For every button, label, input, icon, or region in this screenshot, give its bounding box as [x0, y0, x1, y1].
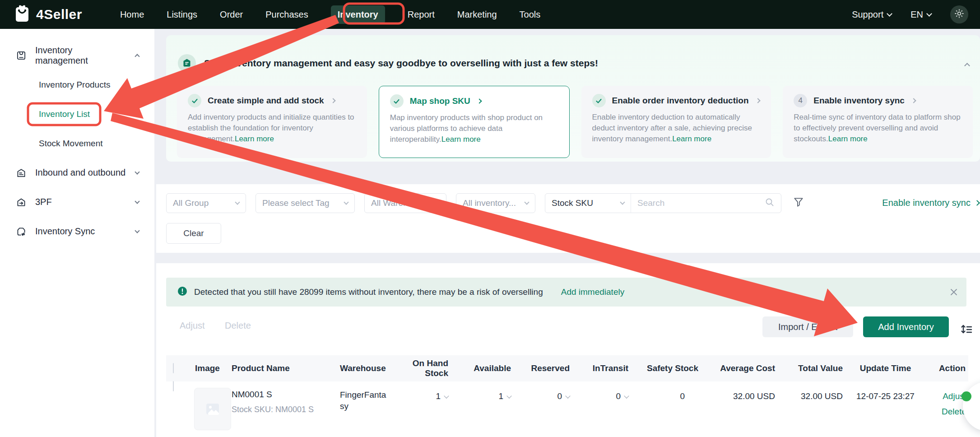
- chevron-down-icon: [524, 200, 529, 205]
- inventory-filter-dropdown[interactable]: All inventory...: [456, 193, 535, 213]
- search-icon: [765, 197, 775, 209]
- tag-filter-value: Please select Tag: [262, 198, 330, 208]
- bulk-adjust-button[interactable]: Adjust: [180, 321, 205, 331]
- import-export-label: Import / Export: [778, 322, 837, 332]
- warehouse-filter-value: All Warehouse: [371, 198, 427, 208]
- close-notice-button[interactable]: [948, 287, 959, 299]
- table-row: NM0001 S Stock SKU: NM0001 S FingerFanta…: [166, 381, 968, 437]
- import-export-button[interactable]: Import / Export: [762, 316, 853, 337]
- table-header-row: Image Product Name Warehouse On Hand Sto…: [166, 355, 968, 381]
- learn-more-link[interactable]: Learn more: [235, 135, 274, 143]
- support-menu[interactable]: Support: [852, 9, 892, 20]
- expand-intransit-icon[interactable]: [624, 393, 629, 398]
- step-card-create-and-add-stock[interactable]: Create simple and add stock Add inventor…: [177, 86, 367, 158]
- add-immediately-link[interactable]: Add immediately: [561, 287, 624, 297]
- col-header-update-time: Update Time: [845, 363, 925, 373]
- total-value-cell: 32.00 USD: [778, 381, 845, 437]
- nav-item-home[interactable]: Home: [120, 5, 144, 24]
- nav-item-order[interactable]: Order: [220, 5, 243, 24]
- column-settings-button[interactable]: [958, 321, 975, 339]
- product-stock-sku: Stock SKU: NM0001 S: [232, 405, 340, 414]
- product-name: NM0001 S: [232, 390, 340, 400]
- sidebar-group-inventory-sync[interactable]: Inventory Sync: [0, 217, 154, 246]
- chevron-right-icon: [755, 98, 760, 103]
- sidebar: Inventory management Inventory Products …: [0, 29, 154, 437]
- available-value: 1: [498, 391, 503, 401]
- search-type-dropdown[interactable]: Stock SKU: [545, 194, 631, 213]
- step-check-icon: [390, 94, 404, 108]
- row-adjust-link[interactable]: Adjust: [925, 391, 966, 401]
- learn-more-link[interactable]: Learn more: [672, 135, 711, 143]
- search-input[interactable]: [637, 198, 761, 208]
- average-cost-cell: 32.00 USD: [701, 381, 778, 437]
- app-logo[interactable]: 4Seller: [14, 4, 82, 25]
- chevron-up-icon: [135, 54, 139, 59]
- sidebar-item-stock-movement[interactable]: Stock Movement: [0, 129, 154, 158]
- col-header-total-value: Total Value: [778, 363, 845, 373]
- oversell-risk-notice: Detected that you still have 28099 items…: [166, 278, 966, 307]
- col-header-action: Action: [925, 363, 968, 373]
- row-checkbox[interactable]: [173, 381, 174, 391]
- sidebar-item-label: Inventory List: [39, 109, 90, 119]
- learn-more-link[interactable]: Learn more: [441, 135, 481, 144]
- nav-item-report[interactable]: Report: [408, 5, 435, 24]
- expand-available-icon[interactable]: [506, 393, 511, 398]
- language-menu[interactable]: EN: [910, 9, 931, 20]
- col-header-safety-stock: Safety Stock: [631, 363, 701, 373]
- on-hand-stock-cell: 1: [399, 381, 457, 437]
- search-group: Stock SKU: [545, 193, 781, 213]
- sidebar-group-inbound-outbound[interactable]: Inbound and outbound: [0, 158, 154, 187]
- group-filter-dropdown[interactable]: All Group: [166, 193, 246, 213]
- chevron-down-icon: [887, 11, 892, 17]
- step-card-order-inventory-deduction[interactable]: Enable order inventory deduction Enable …: [581, 86, 771, 158]
- row-actions: Adjust Delete: [925, 381, 968, 437]
- sidebar-group-3pf[interactable]: 3PF: [0, 187, 154, 217]
- tag-filter-dropdown[interactable]: Please select Tag: [255, 193, 355, 213]
- chevron-down-icon: [135, 199, 139, 204]
- nav-item-inventory[interactable]: Inventory: [331, 5, 385, 24]
- filter-panel: All Group Please select Tag All Warehous…: [156, 184, 980, 253]
- nav-item-marketing[interactable]: Marketing: [457, 5, 497, 24]
- chevron-down-icon: [926, 11, 932, 17]
- step-check-icon: [188, 94, 201, 107]
- enable-inventory-sync-link[interactable]: Enable inventory sync: [882, 198, 979, 208]
- sidebar-item-inventory-products[interactable]: Inventory Products: [0, 70, 154, 99]
- chevron-down-icon: [344, 200, 348, 205]
- nav-item-tools[interactable]: Tools: [520, 5, 541, 24]
- settings-gear-button[interactable]: [950, 5, 968, 23]
- inventory-filter-value: All inventory...: [463, 198, 516, 208]
- sidebar-group-inventory-management[interactable]: Inventory management: [0, 41, 154, 70]
- reserved-cell: 0: [514, 381, 572, 437]
- warehouse-doc-icon: [15, 167, 27, 179]
- step-number-badge: 4: [794, 94, 807, 107]
- nav-item-listings[interactable]: Listings: [167, 5, 197, 24]
- row-delete-link[interactable]: Delete: [925, 407, 966, 417]
- expand-reserved-icon[interactable]: [565, 393, 570, 398]
- step-card-map-shop-sku[interactable]: Map shop SKU Map inventory products with…: [379, 86, 570, 158]
- advanced-filter-button[interactable]: [793, 196, 804, 210]
- col-header-intransit: InTransit: [572, 363, 631, 373]
- onboarding-panel: Start inventory management and easy say …: [166, 35, 980, 162]
- sidebar-item-inventory-list[interactable]: Inventory List: [0, 99, 154, 129]
- alert-icon: [177, 286, 188, 298]
- add-inventory-button[interactable]: Add Inventory: [863, 316, 949, 337]
- expand-on-hand-icon[interactable]: [444, 393, 449, 398]
- chevron-right-icon: [911, 98, 916, 103]
- col-header-available: Available: [457, 363, 514, 373]
- bulk-delete-button[interactable]: Delete: [225, 321, 251, 331]
- clear-filters-button[interactable]: Clear: [166, 223, 221, 244]
- enable-sync-label: Enable inventory sync: [882, 198, 971, 208]
- nav-item-purchases[interactable]: Purchases: [265, 5, 308, 24]
- online-status-dot: [961, 391, 971, 401]
- warehouse-filter-dropdown[interactable]: All Warehouse: [364, 193, 446, 213]
- collapse-panel-button[interactable]: [965, 61, 969, 70]
- chevron-right-icon: [330, 98, 335, 103]
- sidebar-item-label: Stock Movement: [39, 139, 103, 149]
- group-filter-value: All Group: [173, 198, 209, 208]
- sidebar-group-label: Inventory Sync: [35, 226, 95, 237]
- main-nav: Home Listings Order Purchases Inventory …: [120, 5, 540, 24]
- select-all-checkbox[interactable]: [173, 363, 174, 373]
- chevron-down-icon: [435, 200, 440, 205]
- learn-more-link[interactable]: Learn more: [828, 135, 868, 143]
- step-card-enable-inventory-sync[interactable]: 4 Enable inventory sync Real-time sync o…: [783, 86, 973, 158]
